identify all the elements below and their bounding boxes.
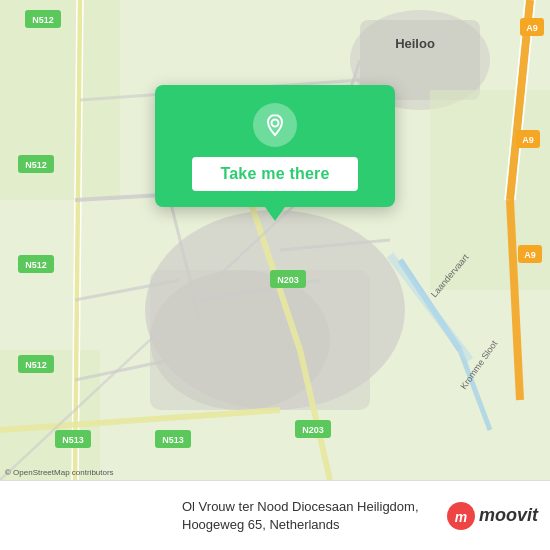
svg-text:N203: N203 [277,275,299,285]
svg-text:N203: N203 [302,425,324,435]
map-container: N512 N512 N512 N512 N203 N203 N513 N513 … [0,0,550,480]
svg-text:A9: A9 [522,135,534,145]
address-text: Ol Vrouw ter Nood Diocesaan Heiligdom, H… [182,498,436,533]
svg-text:N512: N512 [25,160,47,170]
svg-text:Heiloo: Heiloo [395,36,435,51]
svg-text:m: m [455,509,467,525]
location-pin-icon [253,103,297,147]
svg-text:© OpenStreetMap contributors: © OpenStreetMap contributors [5,468,114,477]
svg-text:N512: N512 [25,260,47,270]
take-me-there-button[interactable]: Take me there [192,157,357,191]
moovit-text: moovit [479,505,538,526]
popup-card: Take me there [155,85,395,207]
svg-text:A9: A9 [524,250,536,260]
svg-text:A9: A9 [526,23,538,33]
moovit-logo: m moovit [446,501,538,531]
svg-point-57 [272,120,279,127]
svg-text:N513: N513 [62,435,84,445]
svg-text:N512: N512 [32,15,54,25]
svg-text:N513: N513 [162,435,184,445]
svg-text:N512: N512 [25,360,47,370]
info-bar: Ol Vrouw ter Nood Diocesaan Heiligdom, H… [0,480,550,550]
